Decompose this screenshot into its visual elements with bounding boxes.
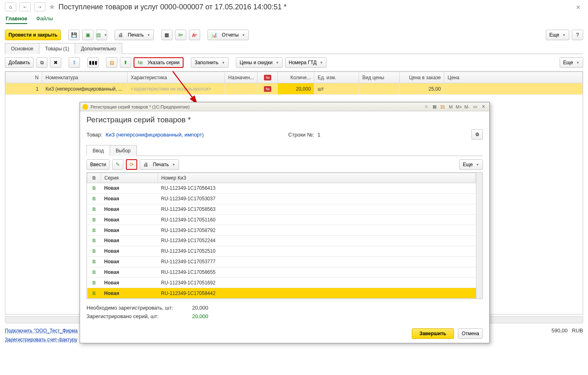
col-no[interactable]: № xyxy=(257,72,278,83)
cell-series[interactable]: Новая xyxy=(101,225,158,236)
list-button[interactable]: ▤ xyxy=(106,57,117,68)
cell-n[interactable]: 1 xyxy=(6,83,42,95)
cal-icon[interactable]: 31 xyxy=(439,104,446,110)
cell-series[interactable]: Новая xyxy=(101,267,158,277)
cell-kiz[interactable]: RU-112349-1С17052244 xyxy=(158,236,476,246)
dialog-settings-button[interactable]: ⚙ xyxy=(471,129,483,140)
col-kiz[interactable]: Номер КиЗ xyxy=(158,173,476,183)
calc-icon[interactable]: ▦ xyxy=(431,104,438,110)
cell-series[interactable]: Новая xyxy=(101,256,158,267)
post-button[interactable]: ▣ xyxy=(82,30,93,40)
cell-kiz[interactable]: RU-112349-1С17051692 xyxy=(158,277,476,288)
back-button[interactable]: ← xyxy=(19,2,31,11)
goods-table[interactable]: N Номенклатура Характеристика Назначен..… xyxy=(5,72,583,95)
cell-series[interactable]: Новая xyxy=(101,288,158,299)
cancel-button[interactable]: Отмена xyxy=(458,328,483,339)
dlg-more-button[interactable]: Еще▼ xyxy=(459,159,483,170)
home-button[interactable]: ⌂ xyxy=(5,2,16,11)
mplus-label[interactable]: M+ xyxy=(455,104,463,110)
cell-kiz[interactable]: RU-112349-1С17058563 xyxy=(158,204,476,215)
vertical-scrollbar[interactable] xyxy=(476,173,482,299)
forward-button[interactable]: → xyxy=(34,2,45,11)
cell-no[interactable]: № xyxy=(257,83,278,95)
help-button[interactable]: ? xyxy=(572,30,583,40)
cell-assign[interactable] xyxy=(225,83,257,95)
tab-files[interactable]: Файлы xyxy=(36,14,53,24)
mminus-label[interactable]: M- xyxy=(463,104,471,110)
finish-button[interactable]: Завершить xyxy=(412,328,454,339)
fav-icon[interactable]: ☆ xyxy=(423,104,430,110)
add-row-button[interactable]: Добавить xyxy=(5,57,34,68)
print-button[interactable]: 🖨 Печать▼ xyxy=(115,30,154,40)
cell-series[interactable]: Новая xyxy=(101,193,158,204)
dlg-print-button[interactable]: 🖨 Печать▼ xyxy=(140,159,179,170)
col-qty[interactable]: Количе... xyxy=(278,72,314,83)
col-price[interactable]: Цена xyxy=(444,72,583,83)
fill-button[interactable]: Заполнить▼ xyxy=(191,57,229,68)
import-button[interactable]: ⬆ xyxy=(120,57,131,68)
cell-kiz[interactable]: RU-112349-1С17058442 xyxy=(158,288,476,299)
cell-series[interactable]: Новая xyxy=(101,277,158,288)
prices-button[interactable]: Цены и скидки▼ xyxy=(236,57,283,68)
share-button[interactable]: ⇪ xyxy=(69,57,80,68)
subtab-goods[interactable]: Товары (1) xyxy=(39,43,75,54)
cell-pricetype[interactable] xyxy=(359,83,400,95)
kt-button[interactable]: Дт xyxy=(189,30,200,40)
col-unit[interactable]: Ед. изм. xyxy=(314,72,359,83)
cell-series[interactable]: Новая xyxy=(101,236,158,246)
col-priceorder[interactable]: Цена в заказе xyxy=(400,72,444,83)
cell-series[interactable]: Новая xyxy=(101,183,158,194)
min-icon[interactable]: ▭ xyxy=(471,104,479,110)
generate-series-button[interactable]: ⟳ xyxy=(126,159,137,170)
star-icon[interactable]: ★ xyxy=(49,2,55,11)
series-row[interactable]: 🗎 Новая RU-112349-1С17058655 xyxy=(87,267,476,277)
close-dialog-icon[interactable]: ✕ xyxy=(480,104,487,110)
cell-nomen[interactable]: КиЗ (неперсонифицированный, ... xyxy=(42,83,128,95)
cell-kiz[interactable]: RU-112349-1С17051160 xyxy=(158,215,476,225)
cell-kiz[interactable]: RU-112349-1С17053037 xyxy=(158,193,476,204)
table-more-button[interactable]: Еще▼ xyxy=(560,57,583,68)
series-row[interactable]: 🗎 Новая RU-112349-1С17052244 xyxy=(87,236,476,246)
series-row[interactable]: 🗎 Новая RU-112349-1С17058563 xyxy=(87,204,476,215)
tab-main[interactable]: Главное xyxy=(6,14,27,24)
col-series[interactable]: Серия xyxy=(101,173,158,183)
cell-qty[interactable]: 20,000 xyxy=(278,83,314,95)
tovar-link[interactable]: КиЗ (неперсонифицированный, импорт) xyxy=(106,132,204,138)
series-row[interactable]: 🗎 Новая RU-112349-1С17053037 xyxy=(87,193,476,204)
subtab-basic[interactable]: Основное xyxy=(5,43,39,54)
col-assign[interactable]: Назначен... xyxy=(225,72,257,83)
col-n[interactable]: N xyxy=(6,72,42,83)
cell-kiz[interactable]: RU-112349-1С17052510 xyxy=(158,246,476,256)
series-row[interactable]: 🗎 Новая RU-112349-1С17058792 xyxy=(87,225,476,236)
gtd-button[interactable]: Номера ГТД▼ xyxy=(285,57,326,68)
save-button[interactable]: 💾 xyxy=(68,30,80,40)
cell-series[interactable]: Новая xyxy=(101,204,158,215)
delete-row-button[interactable]: ✖ xyxy=(50,57,61,68)
series-row[interactable]: 🗎 Новая RU-112349-1С17051160 xyxy=(87,215,476,225)
cell-price[interactable] xyxy=(444,83,583,95)
table-row[interactable]: 1 КиЗ (неперсонифицированный, ... <харак… xyxy=(6,83,583,95)
col-icon[interactable]: 🗎 xyxy=(87,173,101,183)
subtab-extra[interactable]: Дополнительно xyxy=(75,43,122,54)
series-table[interactable]: 🗎 Серия Номер КиЗ 🗎 Новая RU-112349-1С17… xyxy=(87,173,476,299)
close-icon[interactable]: ✕ xyxy=(576,4,581,11)
barcode-button[interactable]: ▮▮▮ xyxy=(87,57,99,68)
series-row[interactable]: 🗎 Новая RU-112349-1С17053777 xyxy=(87,256,476,267)
more-button[interactable]: Еще▼ xyxy=(546,30,569,40)
reports-button[interactable]: 📊 Отчеты▼ xyxy=(208,30,249,40)
series-row[interactable]: 🗎 Новая RU-112349-1С17058442 xyxy=(87,288,476,299)
dlg-tab-select[interactable]: Выбор xyxy=(110,145,137,156)
cell-kiz[interactable]: RU-112349-1С17058792 xyxy=(158,225,476,236)
cell-priceorder[interactable]: 25,00 xyxy=(400,83,444,95)
cell-kiz[interactable]: RU-112349-1С17056413 xyxy=(158,183,476,194)
cell-kiz[interactable]: RU-112349-1С17053777 xyxy=(158,256,476,267)
cell-unit[interactable]: шт xyxy=(314,83,359,95)
col-nomen[interactable]: Номенклатура xyxy=(42,72,128,83)
register-invoice-link[interactable]: Зарегистрировать счет-фактуру xyxy=(5,337,77,342)
base-on-button[interactable]: ▤▼ xyxy=(96,30,107,40)
dlg-tab-input[interactable]: Ввод xyxy=(86,145,110,156)
col-pricetype[interactable]: Вид цены xyxy=(359,72,400,83)
m-label[interactable]: M xyxy=(447,104,454,110)
edit-series-button[interactable]: ✎ xyxy=(112,159,123,170)
post-and-close-button[interactable]: Провести и закрыть xyxy=(5,30,61,40)
